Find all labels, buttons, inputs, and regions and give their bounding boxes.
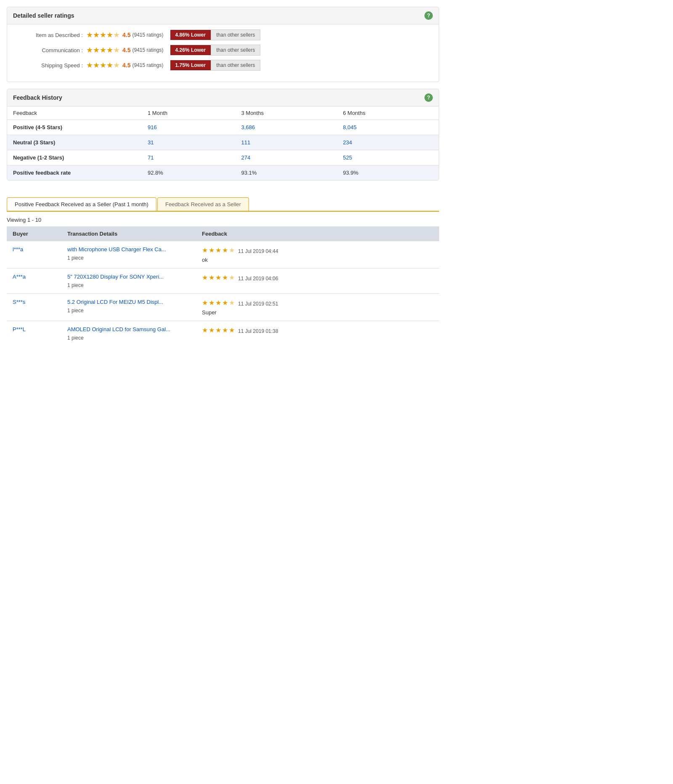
tab-1[interactable]: Feedback Received as a Seller bbox=[157, 197, 249, 211]
seller-ratings-title: Detailed seller ratings bbox=[13, 12, 74, 19]
feedback-history-title: Feedback History bbox=[13, 94, 62, 101]
tabs-area: Positive Feedback Received as a Seller (… bbox=[7, 197, 439, 212]
badge-gray: than other sellers bbox=[211, 60, 260, 71]
feedback-date: 11 Jul 2019 04:06 bbox=[238, 276, 278, 282]
piece-info: 1 piece bbox=[67, 308, 190, 314]
star-full-icon: ★ bbox=[215, 299, 221, 307]
feedback-history-col-2: 3 Months bbox=[235, 106, 337, 120]
feedback-cell-inner: ★★★★★ 11 Jul 2019 04:06 bbox=[202, 274, 433, 283]
ratings-content: Item as Described : ★★★★★ 4.5 (9415 rati… bbox=[7, 24, 439, 82]
buyer-link[interactable]: S***s bbox=[13, 299, 25, 305]
feedback-history-row-value: 92.8% bbox=[142, 165, 235, 181]
feedback-stars: ★★★★★ bbox=[202, 246, 235, 254]
feedback-cell-inner: ★★★★★ 11 Jul 2019 02:51 Super bbox=[202, 299, 433, 316]
feedback-history-row-value[interactable]: 31 bbox=[142, 135, 235, 150]
feedback-row-top: ★★★★★ 11 Jul 2019 04:06 bbox=[202, 274, 433, 283]
feedback-history-row-value[interactable]: 916 bbox=[142, 120, 235, 135]
list-table-row: P***L AMOLED Original LCD for Samsung Ga… bbox=[7, 321, 439, 346]
buyer-link[interactable]: P***L bbox=[13, 326, 26, 332]
star-full-icon: ★ bbox=[222, 326, 228, 334]
seller-ratings-header: Detailed seller ratings ? bbox=[7, 7, 439, 24]
star-half-icon: ★ bbox=[113, 61, 120, 70]
feedback-history-link[interactable]: 8,045 bbox=[343, 124, 357, 130]
rating-count: (9415 ratings) bbox=[132, 62, 163, 68]
feedback-history-link[interactable]: 3,686 bbox=[241, 124, 255, 130]
rating-row-2: Shipping Speed : ★★★★★ 4.5 (9415 ratings… bbox=[16, 60, 430, 71]
buyer-link[interactable]: l***a bbox=[13, 246, 23, 252]
rating-score: 4.5 bbox=[122, 32, 130, 38]
comparison-badge: 1.75% Lower than other sellers bbox=[170, 60, 261, 71]
feedback-cell: ★★★★★ 11 Jul 2019 04:06 bbox=[196, 268, 439, 294]
star-half-icon: ★ bbox=[113, 45, 120, 55]
buyer-cell: P***L bbox=[7, 321, 61, 346]
transaction-link[interactable]: 5.2 Original LCD For MEIZU M5 Displ... bbox=[67, 299, 190, 305]
badge-red: 4.26% Lower bbox=[170, 45, 211, 55]
rating-label: Item as Described : bbox=[16, 32, 83, 38]
transaction-link[interactable]: AMOLED Original LCD for Samsung Gal... bbox=[67, 326, 190, 332]
feedback-history-link[interactable]: 71 bbox=[148, 154, 154, 161]
tab-0[interactable]: Positive Feedback Received as a Seller (… bbox=[7, 197, 156, 211]
star-rating: ★★★★★ bbox=[86, 30, 120, 40]
feedback-history-header: Feedback History ? bbox=[7, 89, 439, 106]
feedback-history-link[interactable]: 916 bbox=[148, 124, 157, 130]
feedback-stars: ★★★★★ bbox=[202, 326, 235, 334]
star-full-icon: ★ bbox=[202, 246, 208, 254]
feedback-history-row-value[interactable]: 8,045 bbox=[337, 120, 439, 135]
star-full-icon: ★ bbox=[86, 30, 93, 40]
star-full-icon: ★ bbox=[86, 45, 93, 55]
feedback-cell: ★★★★★ 11 Jul 2019 02:51 Super bbox=[196, 294, 439, 321]
transaction-link[interactable]: with Microphone USB Charger Flex Ca... bbox=[67, 246, 190, 252]
badge-red: 4.86% Lower bbox=[170, 30, 211, 40]
feedback-history-link[interactable]: 31 bbox=[148, 139, 154, 146]
piece-info: 1 piece bbox=[67, 335, 190, 341]
buyer-cell: A***a bbox=[7, 268, 61, 294]
rating-count: (9415 ratings) bbox=[132, 47, 163, 53]
feedback-history-section: Feedback History ? Feedback1 Month3 Mont… bbox=[7, 89, 439, 181]
star-full-icon: ★ bbox=[106, 45, 113, 55]
seller-ratings-section: Detailed seller ratings ? Item as Descri… bbox=[7, 7, 439, 82]
star-full-icon: ★ bbox=[215, 246, 221, 254]
star-half-icon: ★ bbox=[113, 30, 120, 40]
piece-info: 1 piece bbox=[67, 255, 190, 261]
tabs-row: Positive Feedback Received as a Seller (… bbox=[7, 197, 439, 212]
feedback-history-row-value[interactable]: 274 bbox=[235, 150, 337, 165]
star-half-icon: ★ bbox=[229, 274, 235, 282]
badge-gray: than other sellers bbox=[211, 29, 260, 40]
list-table-row: S***s 5.2 Original LCD For MEIZU M5 Disp… bbox=[7, 294, 439, 321]
feedback-history-link[interactable]: 234 bbox=[343, 139, 352, 146]
feedback-history-row-label: Neutral (3 Stars) bbox=[7, 135, 142, 150]
feedback-history-row-value: 93.1% bbox=[235, 165, 337, 181]
list-table-col-0: Buyer bbox=[7, 226, 61, 241]
feedback-history-link[interactable]: 525 bbox=[343, 154, 352, 161]
rating-label: Shipping Speed : bbox=[16, 62, 83, 69]
feedback-history-link[interactable]: 111 bbox=[241, 139, 250, 146]
feedback-history-row-value[interactable]: 525 bbox=[337, 150, 439, 165]
star-full-icon: ★ bbox=[202, 299, 208, 307]
star-full-icon: ★ bbox=[100, 30, 106, 40]
star-half-icon: ★ bbox=[229, 246, 235, 254]
transaction-link[interactable]: 5" 720X1280 Display For SONY Xperi... bbox=[67, 274, 190, 280]
list-table-row: l***a with Microphone USB Charger Flex C… bbox=[7, 241, 439, 268]
feedback-list-table: BuyerTransaction DetailsFeedback l***a w… bbox=[7, 226, 439, 346]
buyer-cell: S***s bbox=[7, 294, 61, 321]
feedback-cell: ★★★★★ 11 Jul 2019 01:38 bbox=[196, 321, 439, 346]
comparison-badge: 4.26% Lower than other sellers bbox=[170, 45, 261, 56]
feedback-history-help-icon[interactable]: ? bbox=[424, 93, 433, 102]
transaction-cell: AMOLED Original LCD for Samsung Gal... 1… bbox=[61, 321, 196, 346]
star-rating: ★★★★★ bbox=[86, 61, 120, 70]
buyer-cell: l***a bbox=[7, 241, 61, 268]
transaction-cell: with Microphone USB Charger Flex Ca... 1… bbox=[61, 241, 196, 268]
feedback-history-link[interactable]: 274 bbox=[241, 154, 250, 161]
feedback-history-row-value[interactable]: 234 bbox=[337, 135, 439, 150]
feedback-history-col-0: Feedback bbox=[7, 106, 142, 120]
star-full-icon: ★ bbox=[229, 326, 235, 334]
seller-ratings-help-icon[interactable]: ? bbox=[424, 11, 433, 20]
feedback-history-row-value[interactable]: 3,686 bbox=[235, 120, 337, 135]
rating-score: 4.5 bbox=[122, 47, 130, 53]
buyer-link[interactable]: A***a bbox=[13, 274, 26, 280]
star-full-icon: ★ bbox=[202, 274, 208, 282]
feedback-history-row-value[interactable]: 71 bbox=[142, 150, 235, 165]
transaction-cell: 5" 720X1280 Display For SONY Xperi... 1 … bbox=[61, 268, 196, 294]
feedback-history-row-value[interactable]: 111 bbox=[235, 135, 337, 150]
feedback-history-table: Feedback1 Month3 Months6 Months Positive… bbox=[7, 106, 439, 180]
